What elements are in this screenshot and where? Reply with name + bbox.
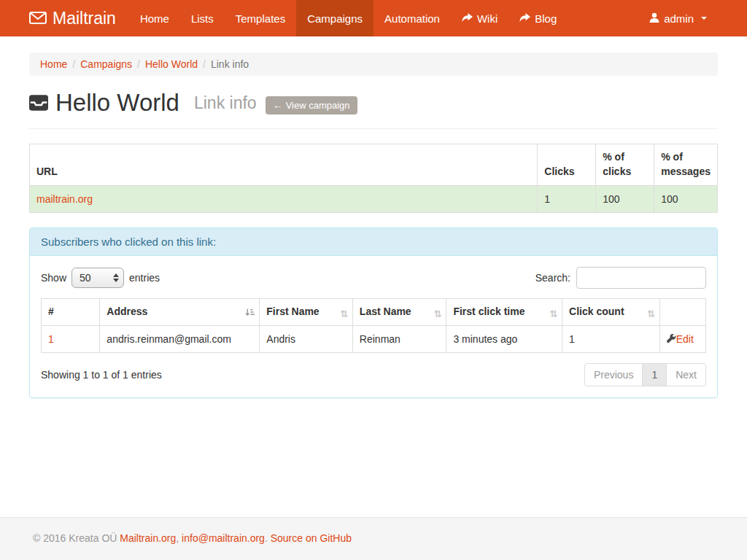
col-first-name[interactable]: First Name ⇅: [260, 298, 353, 325]
nav-item-templates[interactable]: Templates: [225, 0, 296, 36]
page-title: Hello World Link info: [29, 89, 257, 117]
sort-both-icon: ⇅: [340, 309, 348, 319]
link-stats-table: URL Clicks % of clicks % of messages mai…: [29, 144, 718, 213]
col-clicks: Clicks: [538, 144, 596, 186]
nav-item-automation[interactable]: Automation: [374, 0, 451, 36]
breadcrumb: Home / Campaigns / Hello World / Link in…: [29, 52, 718, 76]
wrench-icon: [667, 334, 676, 346]
col-pct-clicks: % of clicks: [596, 144, 654, 186]
pagination-next[interactable]: Next: [666, 363, 706, 386]
col-pct-messages: % of messages: [654, 144, 718, 186]
col-url: URL: [30, 144, 538, 186]
pagination-previous[interactable]: Previous: [584, 363, 643, 386]
subscribers-panel: Subscribers who clicked on this link: Sh…: [29, 228, 718, 398]
external-link-icon: [462, 12, 473, 25]
brand-label: Mailtrain: [53, 9, 116, 28]
github-source-link[interactable]: Source on GitHub: [271, 532, 352, 544]
pct-messages-value: 100: [654, 185, 718, 212]
page-length-select[interactable]: 50: [71, 268, 124, 288]
back-arrow-icon: ←: [273, 100, 282, 111]
subscriber-address: andris.reinman@gmail.com: [100, 325, 260, 352]
table-row: mailtrain.org 1 100 100: [30, 185, 718, 212]
nav-item-home[interactable]: Home: [129, 0, 180, 36]
select-spinner-icon: [113, 273, 119, 282]
col-last-name[interactable]: Last Name ⇅: [352, 298, 446, 325]
search-input[interactable]: [576, 267, 706, 289]
top-navbar: Mailtrain Home Lists Templates Campaigns…: [0, 0, 747, 36]
panel-title: Subscribers who clicked on this link:: [30, 228, 717, 256]
col-index[interactable]: #: [42, 298, 100, 325]
subscribers-table: # Address First Name ⇅: [41, 298, 706, 353]
user-menu[interactable]: admin: [638, 0, 718, 36]
nav-item-wiki[interactable]: Wiki: [451, 0, 508, 36]
col-address[interactable]: Address: [100, 298, 260, 325]
view-campaign-button[interactable]: ← View campaign: [266, 96, 357, 114]
clicks-value: 1: [538, 185, 596, 212]
edit-subscriber-link[interactable]: Edit: [676, 333, 694, 345]
breadcrumb-campaigns[interactable]: Campaigns: [80, 58, 132, 70]
table-info: Showing 1 to 1 of 1 entries: [41, 369, 162, 381]
chevron-down-icon: [701, 17, 707, 20]
inbox-icon: [29, 89, 48, 117]
subscriber-index-link[interactable]: 1: [48, 333, 54, 345]
email-link[interactable]: info@mailtrain.org: [182, 532, 265, 544]
brand-link[interactable]: Mailtrain: [29, 0, 116, 36]
subscriber-click-count: 1: [562, 325, 660, 352]
user-icon: [649, 12, 659, 25]
subscriber-row: 1 andris.reinman@gmail.com Andris Reinma…: [42, 325, 706, 352]
page-length-control: Show 50 entries: [41, 268, 160, 288]
page-footer: © 2016 Kreata OÜ Mailtrain.org, info@mai…: [0, 517, 747, 560]
sort-both-icon: ⇅: [549, 309, 557, 319]
pagination: Previous 1 Next: [584, 363, 706, 386]
col-actions: [659, 298, 705, 325]
header-divider: [29, 128, 718, 129]
search-label: Search:: [535, 272, 570, 284]
sort-asc-icon: [245, 308, 255, 319]
breadcrumb-current: Link info: [211, 58, 249, 70]
col-click-count[interactable]: Click count ⇅: [562, 298, 660, 325]
nav-item-blog[interactable]: Blog: [508, 0, 568, 36]
nav-item-campaigns[interactable]: Campaigns: [296, 0, 374, 36]
nav-item-lists[interactable]: Lists: [180, 0, 225, 36]
external-link-icon: [519, 12, 530, 25]
mailtrain-org-link[interactable]: Mailtrain.org: [120, 532, 176, 544]
subscriber-first-name: Andris: [260, 325, 353, 352]
sort-both-icon: ⇅: [434, 309, 442, 319]
pagination-page-1[interactable]: 1: [642, 363, 667, 386]
copyright-text: © 2016 Kreata OÜ: [33, 532, 117, 544]
link-url[interactable]: mailtrain.org: [36, 193, 93, 205]
breadcrumb-home[interactable]: Home: [40, 58, 67, 70]
pct-clicks-value: 100: [596, 185, 654, 212]
main-nav: Home Lists Templates Campaigns Automatio…: [129, 0, 568, 36]
user-label: admin: [664, 12, 694, 25]
subscriber-last-name: Reinman: [352, 325, 446, 352]
sort-both-icon: ⇅: [647, 309, 655, 319]
page-subtitle: Link info: [194, 93, 257, 113]
breadcrumb-campaign-name[interactable]: Hello World: [145, 58, 198, 70]
col-first-click-time[interactable]: First click time ⇅: [446, 298, 562, 325]
envelope-icon: [29, 9, 47, 28]
subscriber-first-click-time: 3 minutes ago: [446, 325, 562, 352]
